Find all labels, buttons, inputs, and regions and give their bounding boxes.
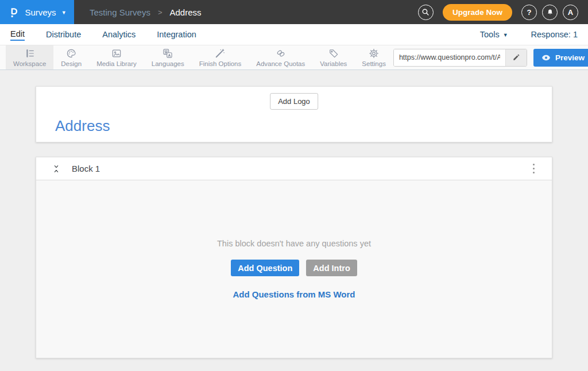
tab-distribute[interactable]: Distribute (46, 29, 81, 40)
chain-link-icon (275, 48, 287, 59)
header-actions: Upgrade Now ? A (418, 4, 588, 21)
block-title: Block 1 (72, 164, 100, 173)
toolbar-item-label: Settings (362, 60, 386, 67)
tools-label: Tools (480, 30, 500, 39)
notifications-button[interactable] (542, 5, 558, 20)
survey-url-group (393, 49, 527, 67)
breadcrumb-parent-link[interactable]: Testing Surveys (90, 7, 150, 17)
add-intro-button[interactable]: Add Intro (306, 260, 357, 276)
collapse-block-button[interactable] (52, 163, 61, 175)
tab-edit[interactable]: Edit (10, 28, 25, 41)
toolbar-item-label: Media Library (96, 60, 137, 67)
block-actions-row: Add Question Add Intro (231, 260, 357, 276)
breadcrumb-current: Address (169, 7, 201, 17)
toolbar-item-label: Workspace (13, 60, 46, 67)
avatar[interactable]: A (563, 5, 578, 20)
brand-surveys-dropdown[interactable]: Surveys ▼ (0, 0, 74, 24)
eye-icon (541, 54, 551, 61)
breadcrumb: Testing Surveys > Address (90, 7, 202, 17)
toolbar-item-label: Languages (152, 60, 184, 67)
toolbar-item-settings[interactable]: Settings (354, 45, 393, 69)
toolbar-item-finish-options[interactable]: Finish Options (192, 45, 249, 69)
toolbar-item-media-library[interactable]: Media Library (89, 45, 144, 69)
response-count-link[interactable]: Response: 1 (531, 30, 578, 39)
collapse-icon (53, 164, 60, 173)
block-card: Block 1 This block doesn't have any ques… (36, 157, 552, 358)
add-questions-from-ms-word-link[interactable]: Add Questions from MS Word (233, 289, 355, 299)
toolbar-item-label: Advance Quotas (256, 60, 305, 67)
help-icon: ? (527, 8, 532, 17)
preview-button[interactable]: Preview (533, 49, 588, 67)
tab-integration[interactable]: Integration (157, 29, 196, 40)
add-logo-button[interactable]: Add Logo (270, 93, 318, 110)
top-header: Surveys ▼ Testing Surveys > Address Upgr… (0, 0, 588, 24)
toolbar-item-design[interactable]: Design (53, 45, 89, 69)
nav-tabs-group: Edit Distribute Analytics Integration (10, 28, 196, 41)
survey-toolbar: Workspace Design Media Library Languages… (0, 45, 588, 70)
translate-icon (162, 48, 173, 59)
toolbar-item-label: Finish Options (199, 60, 242, 67)
questionpro-logo-icon (7, 6, 20, 19)
palette-icon (65, 48, 77, 59)
empty-block-message: This block doesn't have any questions ye… (217, 239, 371, 248)
chevron-down-icon: ▼ (503, 33, 508, 38)
toolbar-item-label: Variables (320, 60, 347, 67)
pencil-icon (512, 53, 520, 61)
tab-analytics[interactable]: Analytics (102, 29, 136, 40)
breadcrumb-separator: > (158, 8, 163, 17)
toolbar-item-label: Design (61, 60, 82, 67)
tag-icon (328, 48, 339, 59)
toolbar-item-advance-quotas[interactable]: Advance Quotas (249, 45, 312, 69)
block-options-kebab-icon[interactable] (527, 161, 541, 177)
tools-dropdown[interactable]: Tools ▼ (480, 30, 508, 39)
help-button[interactable]: ? (521, 5, 537, 20)
magic-wand-icon (214, 48, 226, 59)
block-header: Block 1 (36, 157, 552, 180)
workspace-icon (24, 48, 36, 59)
avatar-letter: A (568, 8, 573, 17)
search-button[interactable] (418, 5, 434, 20)
upgrade-now-button[interactable]: Upgrade Now (443, 4, 512, 21)
edit-url-button[interactable] (505, 49, 527, 66)
survey-title[interactable]: Address (55, 117, 110, 135)
image-icon (111, 48, 122, 59)
survey-header-card: Add Logo Address (36, 86, 552, 142)
add-question-button[interactable]: Add Question (231, 260, 299, 276)
survey-url-input[interactable] (394, 49, 505, 66)
toolbar-item-variables[interactable]: Variables (312, 45, 354, 69)
preview-label: Preview (555, 53, 585, 62)
toolbar-item-workspace[interactable]: Workspace (6, 45, 53, 69)
gear-icon (368, 48, 380, 59)
toolbar-item-languages[interactable]: Languages (144, 45, 192, 69)
bell-icon (546, 8, 554, 17)
brand-label: Surveys (25, 7, 56, 17)
survey-editor-main: Add Logo Address Block 1 This block does… (0, 70, 588, 358)
block-body: This block doesn't have any questions ye… (36, 180, 552, 358)
nav-right-group: Tools ▼ Response: 1 (480, 30, 578, 39)
search-icon (421, 8, 430, 16)
chevron-down-icon: ▼ (61, 10, 67, 16)
main-nav-tabs: Edit Distribute Analytics Integration To… (0, 24, 588, 45)
